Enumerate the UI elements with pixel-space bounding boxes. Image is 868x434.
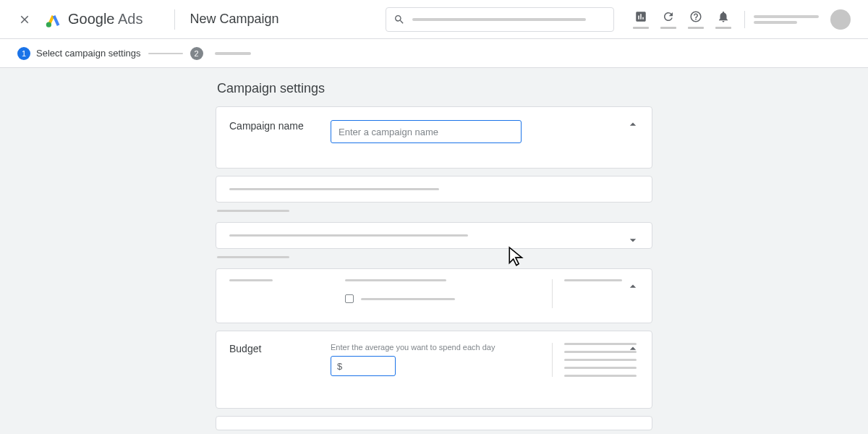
header-separator	[744, 11, 745, 28]
chevron-up-icon	[626, 341, 640, 356]
refresh-icon	[662, 10, 675, 23]
header-divider	[174, 9, 175, 30]
reports-icon	[634, 10, 647, 23]
chevron-up-icon	[626, 279, 640, 294]
help-button[interactable]	[684, 10, 708, 29]
section-divider-2	[217, 256, 289, 258]
page-title: New Campaign	[190, 12, 278, 27]
avatar[interactable]	[830, 9, 851, 30]
svg-point-0	[46, 22, 51, 27]
step-2-label-placeholder	[215, 52, 251, 55]
budget-help-text: Enter the average you want to spend each…	[331, 343, 552, 352]
step-1[interactable]: 1 Select campaign settings	[17, 47, 141, 60]
bell-icon	[717, 10, 730, 23]
search-input[interactable]	[386, 7, 614, 32]
campaign-name-input[interactable]	[331, 120, 522, 143]
collapse-toggle-3[interactable]	[626, 279, 640, 294]
settings-row-2[interactable]	[216, 222, 652, 249]
campaign-name-card: Campaign name	[216, 106, 652, 169]
close-icon	[18, 13, 31, 26]
app-header: Google Ads New Campaign	[0, 0, 868, 39]
chevron-down-icon	[626, 233, 640, 247]
brand-logo: Google Ads	[45, 11, 142, 28]
step-2-number: 2	[190, 47, 203, 60]
campaign-name-label: Campaign name	[229, 120, 331, 143]
campaign-stepper: 1 Select campaign settings 2	[0, 39, 868, 68]
checkbox[interactable]	[345, 294, 354, 303]
collapse-toggle-budget[interactable]	[626, 341, 640, 356]
step-1-label: Select campaign settings	[36, 48, 141, 59]
budget-input[interactable]: $	[331, 356, 396, 376]
account-info[interactable]	[754, 15, 819, 24]
refresh-button[interactable]	[656, 10, 681, 29]
header-actions	[629, 9, 851, 30]
settings-row-3	[216, 268, 652, 323]
brand-text: Google Ads	[68, 11, 142, 27]
step-1-number: 1	[17, 47, 30, 60]
step-connector	[148, 53, 183, 54]
notifications-button[interactable]	[711, 10, 736, 29]
section-divider-1	[217, 210, 289, 212]
budget-label: Budget	[229, 343, 331, 377]
step-2[interactable]: 2	[190, 47, 251, 60]
search-placeholder	[412, 18, 586, 21]
help-icon	[689, 10, 702, 23]
ads-logo-icon	[45, 11, 62, 28]
close-button[interactable]	[17, 12, 32, 27]
reports-button[interactable]	[629, 10, 653, 29]
chevron-up-icon	[626, 117, 640, 132]
search-icon	[393, 14, 405, 25]
settings-row-1[interactable]	[216, 176, 652, 203]
settings-row-4[interactable]	[216, 416, 652, 430]
main-content: Campaign settings Campaign name	[0, 68, 868, 434]
expand-toggle[interactable]	[626, 233, 640, 247]
budget-card: Budget Enter the average you want to spe…	[216, 331, 652, 409]
collapse-toggle[interactable]	[626, 117, 640, 132]
section-title: Campaign settings	[216, 81, 652, 96]
